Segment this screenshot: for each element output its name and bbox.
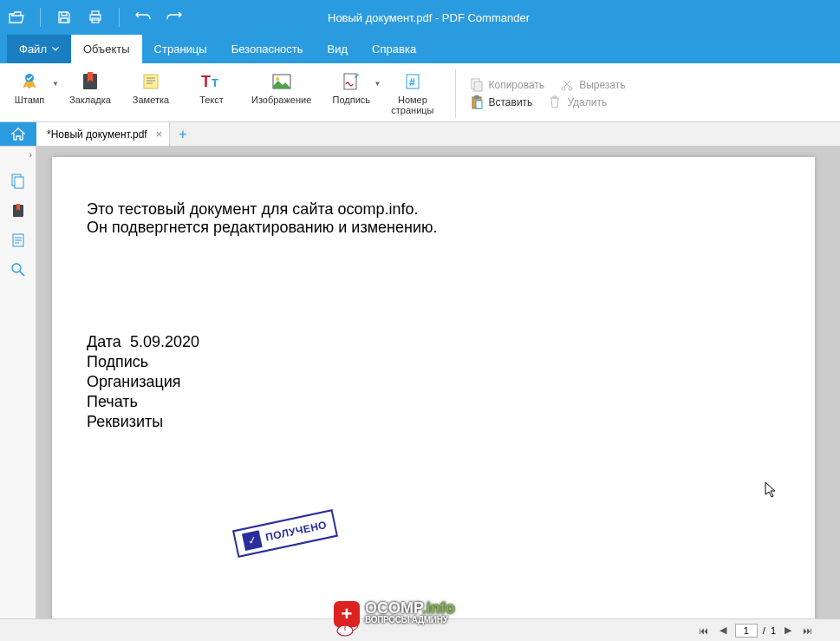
open-icon[interactable]: [9, 10, 24, 25]
ribbon-bookmark-label: Закладка: [69, 95, 111, 105]
stamp-icon: [17, 71, 42, 92]
menu-file[interactable]: Файл: [7, 35, 71, 63]
note-icon: [139, 71, 163, 92]
svg-text:T: T: [212, 76, 218, 89]
ribbon-text-button[interactable]: TT Текст: [191, 71, 232, 115]
cut-icon: [560, 78, 574, 92]
pdf-page[interactable]: Это тестовый документ для сайта ocomp.in…: [52, 157, 815, 618]
ribbon-text-label: Текст: [199, 95, 224, 105]
menu-bar: Файл Объекты Страницы Безопасность Вид С…: [0, 35, 840, 63]
bookmark-icon: [78, 71, 102, 92]
doc-date-value: 5.09.2020: [130, 333, 199, 350]
document-tab[interactable]: *Новый документ.pdf ×: [36, 122, 170, 146]
sidebar-collapse-icon[interactable]: ›: [29, 150, 32, 160]
svg-text:T: T: [201, 73, 211, 90]
ribbon-stamp-label: Штамп: [15, 95, 45, 105]
image-icon: [270, 71, 294, 92]
home-icon: [11, 128, 25, 141]
watermark-mouse-icon: [336, 625, 359, 637]
doc-date-label: Дата: [87, 333, 121, 350]
separator: [40, 8, 41, 27]
watermark-plus-icon: +: [334, 601, 360, 627]
sidebar-comments-icon[interactable]: [10, 232, 27, 249]
doc-fields-block: Дата 5.09.2020 Подпись Организация Печат…: [87, 332, 780, 432]
page-sep: /: [763, 625, 765, 636]
ribbon-paste-button[interactable]: Вставить: [470, 95, 533, 109]
svg-point-18: [562, 87, 565, 90]
page-number-input[interactable]: [735, 624, 758, 638]
ribbon-pagenum-button[interactable]: # Номер страницы: [391, 71, 433, 115]
copy-icon: [470, 78, 484, 92]
signature-icon: [339, 71, 363, 92]
ribbon-stamp-button[interactable]: ▼ Штамп: [9, 71, 50, 115]
add-tab-button[interactable]: +: [170, 122, 195, 146]
paste-icon: [470, 95, 484, 109]
doc-organization-label: Организация: [87, 372, 780, 392]
ribbon-signature-button[interactable]: ▼ Подпись: [330, 71, 372, 115]
menu-help[interactable]: Справка: [360, 35, 428, 63]
dropdown-arrow-icon: ▼: [52, 80, 59, 88]
ribbon-signature-label: Подпись: [333, 95, 371, 105]
close-tab-button[interactable]: ×: [156, 128, 163, 141]
page-total: 1: [771, 625, 776, 636]
quick-access-toolbar: [0, 8, 191, 27]
doc-seal-label: Печать: [87, 392, 780, 412]
doc-signature-label: Подпись: [87, 352, 780, 372]
ribbon-group-clipboard: Копировать Вырезать Вставить Удалить: [465, 78, 626, 109]
home-tab[interactable]: [0, 122, 36, 146]
first-page-button[interactable]: ⏮: [697, 625, 711, 636]
doc-text-line2: Он подвергнется редактированию и изменен…: [87, 219, 780, 237]
document-canvas[interactable]: Это тестовый документ для сайта ocomp.in…: [36, 147, 840, 618]
sidebar-bookmarks-icon[interactable]: [10, 202, 27, 219]
redo-icon[interactable]: [166, 10, 182, 25]
pagenum-icon: #: [400, 71, 425, 92]
ribbon-toolbar: ▼ Штамп Закладка Заметка TT Текст Изобр: [0, 63, 840, 122]
ribbon-image-button[interactable]: Изображение: [251, 71, 311, 115]
ribbon-paste-label: Вставить: [489, 96, 533, 108]
ribbon-note-label: Заметка: [133, 95, 169, 105]
next-page-button[interactable]: ▶: [781, 625, 795, 636]
svg-rect-17: [474, 82, 482, 91]
last-page-button[interactable]: ⏭: [800, 625, 814, 636]
menu-view[interactable]: Вид: [316, 35, 361, 63]
svg-rect-0: [92, 11, 99, 15]
ribbon-image-label: Изображение: [251, 95, 311, 105]
document-tab-name: *Новый документ.pdf: [47, 128, 147, 141]
menu-objects[interactable]: Объекты: [71, 35, 142, 63]
svg-rect-24: [15, 177, 23, 188]
dropdown-arrow-icon: ▼: [374, 80, 381, 88]
stamp-text: ПОЛУЧЕНО: [264, 519, 328, 544]
ribbon-bookmark-button[interactable]: Закладка: [69, 71, 111, 115]
sidebar-search-icon[interactable]: [10, 261, 27, 278]
received-stamp[interactable]: ✓ ПОЛУЧЕНО: [232, 509, 338, 558]
svg-rect-13: [344, 74, 356, 89]
menu-security[interactable]: Безопасность: [219, 35, 316, 63]
menu-pages[interactable]: Страницы: [142, 35, 219, 63]
svg-line-31: [20, 271, 24, 276]
ribbon-note-button[interactable]: Заметка: [130, 71, 172, 115]
chevron-down-icon: [52, 47, 59, 51]
ribbon-group-insert: ▼ Штамп Закладка Заметка TT Текст Изобр: [9, 71, 446, 115]
undo-icon[interactable]: [135, 10, 151, 25]
ribbon-cut-label: Вырезать: [579, 79, 625, 91]
print-icon[interactable]: [88, 10, 103, 25]
menu-file-label: Файл: [19, 43, 47, 56]
doc-requisites-label: Реквизиты: [87, 412, 780, 432]
save-icon[interactable]: [56, 10, 72, 25]
sidebar: ›: [0, 147, 36, 618]
svg-text:#: #: [409, 76, 415, 88]
svg-point-19: [569, 87, 572, 90]
stamp-check-icon: ✓: [242, 530, 263, 551]
ribbon-delete-label: Удалить: [567, 96, 607, 108]
text-icon: TT: [199, 71, 224, 92]
svg-point-30: [12, 264, 21, 272]
sidebar-pages-icon[interactable]: [10, 173, 27, 190]
svg-rect-22: [476, 101, 482, 108]
delete-icon: [548, 95, 562, 109]
prev-page-button[interactable]: ◀: [716, 625, 730, 636]
svg-rect-5: [144, 75, 158, 88]
document-tabs: *Новый документ.pdf × +: [0, 122, 840, 147]
ribbon-copy-label: Копировать: [489, 79, 545, 91]
ribbon-cut-button: Вырезать: [560, 78, 625, 92]
window-title: Новый документ.pdf - PDF Commander: [191, 11, 667, 24]
